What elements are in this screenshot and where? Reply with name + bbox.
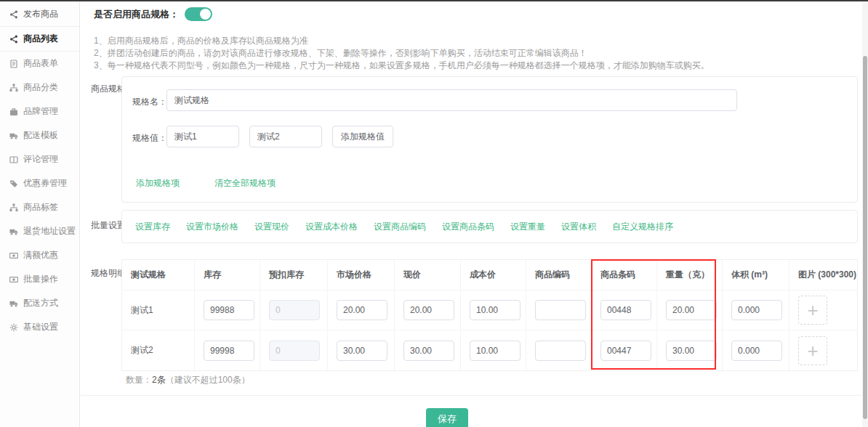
sidebar-item-6[interactable]: 评论管理 <box>0 147 79 171</box>
count-note: （建议不超过100条） <box>166 375 250 385</box>
hold-stock-input <box>269 341 320 361</box>
note-line: 2、拼团活动创建后的商品，请勿对该商品进行修改规格、下架、删除等操作，否则影响下… <box>94 47 710 60</box>
cell-volume <box>723 330 789 370</box>
sidebar-item-label: 退货地址设置 <box>23 225 76 237</box>
batch-set-link-4[interactable]: 设置商品编码 <box>374 221 426 233</box>
footer-divider <box>81 395 862 396</box>
cost-price-input[interactable] <box>470 300 521 320</box>
truck-icon <box>9 299 18 308</box>
sidebar-item-label: 商品列表 <box>23 33 58 45</box>
column-header-5: 成本价 <box>461 260 526 290</box>
batch-set-link-8[interactable]: 自定义规格排序 <box>612 221 673 233</box>
cell-hold-stock <box>260 290 328 330</box>
money-icon <box>9 275 18 284</box>
sidebar-item-7[interactable]: 优惠券管理 <box>0 171 79 195</box>
cost-price-input[interactable] <box>470 341 521 361</box>
cell-price <box>395 290 461 330</box>
note-line: 1、启用商品规格后，商品的价格及库存以商品规格为准 <box>94 35 710 47</box>
product-code-input[interactable] <box>535 341 586 361</box>
column-header-6: 商品编码 <box>526 260 592 290</box>
batch-set-link-3[interactable]: 设置成本价格 <box>305 221 358 233</box>
share-icon <box>9 35 18 44</box>
note-line: 3、每一种规格代表不同型号，例如颜色为一种规格，尺寸为一种规格，如果设置多规格，… <box>94 60 710 72</box>
column-header-2: 预扣库存 <box>260 260 328 290</box>
window-top-edge <box>0 0 868 1</box>
save-button[interactable]: 保存 <box>426 408 468 427</box>
sidebar-item-label: 配送模板 <box>23 129 58 142</box>
batch-set-link-7[interactable]: 设置体积 <box>561 221 596 233</box>
product-code-input[interactable] <box>535 300 586 320</box>
column-header-0: 测试规格 <box>122 260 195 290</box>
enable-spec-toggle[interactable] <box>185 7 212 21</box>
cell-stock <box>195 330 260 370</box>
spec-value-input[interactable] <box>166 126 239 147</box>
stock-input[interactable] <box>204 300 254 320</box>
main-content: 是否启用商品规格： 1、启用商品规格后，商品的价格及库存以商品规格为准 2、拼团… <box>81 1 862 427</box>
sidebar-item-12[interactable]: 配送方式 <box>0 291 79 315</box>
cell-weight <box>657 330 723 370</box>
sidebar-item-10[interactable]: 满额优惠 <box>0 243 79 267</box>
sitemap-icon <box>9 84 18 92</box>
file-icon <box>9 60 18 68</box>
price-input[interactable] <box>403 341 454 361</box>
market-price-input[interactable] <box>337 300 387 320</box>
stock-input[interactable] <box>204 341 254 361</box>
count-label: 数量： <box>126 375 152 385</box>
cell-cost-price <box>461 290 526 330</box>
sidebar-item-label: 优惠券管理 <box>23 177 67 190</box>
add-spec-item-link[interactable]: 添加规格项 <box>136 177 180 190</box>
sidebar-item-3[interactable]: 商品分类 <box>0 76 79 99</box>
market-price-input[interactable] <box>337 341 387 361</box>
weight-input[interactable] <box>666 341 717 361</box>
cell-volume <box>723 290 789 330</box>
add-image-button[interactable]: + <box>798 296 827 325</box>
sidebar-item-label: 满额优惠 <box>23 249 58 261</box>
batch-set-link-0[interactable]: 设置库存 <box>135 221 170 233</box>
sidebar-item-label: 批量操作 <box>23 273 58 285</box>
barcode-input[interactable] <box>600 300 651 320</box>
volume-input[interactable] <box>731 341 782 361</box>
spec-name-input[interactable] <box>166 89 737 111</box>
toggle-knob <box>200 9 211 20</box>
sidebar-item-label: 发布商品 <box>23 8 58 20</box>
batch-set-link-2[interactable]: 设置现价 <box>254 221 289 233</box>
spec-section-label: 商品规格 <box>91 83 126 95</box>
add-spec-value-button[interactable]: 添加规格值 <box>332 126 393 147</box>
sidebar-item-1[interactable]: 商品列表 <box>0 26 79 52</box>
sidebar-item-11[interactable]: 批量操作 <box>0 267 79 291</box>
cell-hold-stock <box>260 330 328 370</box>
column-header-10: 图片 (300*300) <box>789 260 859 290</box>
money-icon <box>9 251 18 260</box>
cell-barcode <box>592 290 657 330</box>
scrollbar-thumb[interactable] <box>863 56 867 419</box>
sidebar-item-8[interactable]: 商品标签 <box>0 195 79 219</box>
spec-value-input[interactable] <box>249 126 322 147</box>
weight-input[interactable] <box>666 300 717 320</box>
spec-notes: 1、启用商品规格后，商品的价格及库存以商品规格为准 2、拼团活动创建后的商品，请… <box>94 35 710 72</box>
sidebar-item-label: 评论管理 <box>23 153 58 166</box>
column-header-8: 重量（克） <box>657 260 723 290</box>
sidebar-item-13[interactable]: 基础设置 <box>0 315 79 339</box>
sidebar-item-4[interactable]: 品牌管理 <box>0 99 79 123</box>
sidebar-item-2[interactable]: 商品表单 <box>0 52 79 76</box>
enable-spec-label: 是否启用商品规格： <box>94 8 179 21</box>
sidebar-item-0[interactable]: 发布商品 <box>0 2 79 26</box>
barcode-input[interactable] <box>600 341 651 361</box>
cell-barcode <box>592 330 657 370</box>
add-image-button[interactable]: + <box>798 336 827 365</box>
volume-input[interactable] <box>731 300 782 320</box>
clear-spec-items-link[interactable]: 清空全部规格项 <box>214 177 276 190</box>
hold-stock-input <box>269 300 320 320</box>
scrollbar-track[interactable] <box>862 1 868 427</box>
batch-set-link-6[interactable]: 设置重量 <box>510 221 545 233</box>
price-input[interactable] <box>403 300 454 320</box>
batch-set-link-1[interactable]: 设置市场价格 <box>186 221 238 233</box>
sidebar-item-label: 基础设置 <box>23 321 58 333</box>
share-icon <box>9 10 18 19</box>
sidebar-item-5[interactable]: 配送模板 <box>0 123 79 147</box>
batch-section-label: 批量设置 <box>91 219 126 232</box>
briefcase-icon <box>9 107 18 116</box>
cell-market-price <box>328 290 395 330</box>
batch-set-link-5[interactable]: 设置商品条码 <box>442 221 494 233</box>
sidebar-item-9[interactable]: 退货地址设置 <box>0 219 79 243</box>
